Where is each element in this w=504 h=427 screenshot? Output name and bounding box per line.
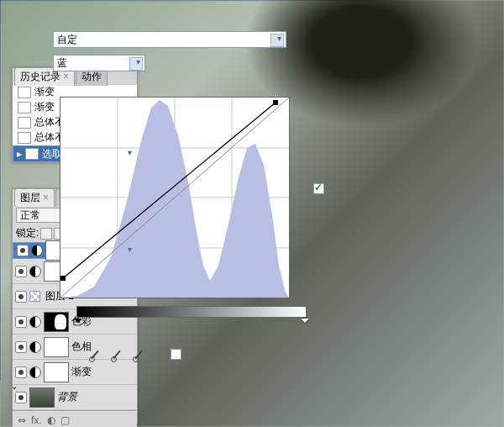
layer-thumb[interactable]	[29, 291, 40, 302]
curve-point[interactable]	[60, 276, 66, 281]
layer-thumb[interactable]	[29, 387, 55, 408]
adjustment-icon	[29, 341, 41, 353]
eye-icon[interactable]	[15, 316, 27, 328]
channel-select[interactable]: 蓝	[53, 55, 145, 71]
layer-row[interactable]: 背景	[13, 385, 137, 410]
tab-layers[interactable]: 图层×	[14, 188, 55, 207]
layer-thumb[interactable]	[44, 362, 69, 382]
white-slider[interactable]	[301, 319, 309, 327]
eye-icon[interactable]	[15, 291, 27, 303]
layers-footer: ⇔fx.◐▢	[13, 410, 137, 427]
lock-label: 锁定:	[16, 226, 39, 240]
preset-select[interactable]: 自定	[53, 31, 286, 48]
eye-icon[interactable]	[15, 266, 27, 277]
adjustment-icon	[31, 245, 43, 256]
curve-graph[interactable]	[60, 97, 290, 298]
curve-point[interactable]	[273, 100, 278, 105]
eye-icon[interactable]	[17, 245, 29, 256]
layer-row[interactable]: 渐变	[13, 360, 137, 385]
gray-dropper-icon[interactable]	[110, 349, 123, 362]
input-gradient	[76, 306, 307, 318]
adjustment-icon	[29, 266, 41, 277]
eye-icon[interactable]	[15, 366, 27, 378]
white-dropper-icon[interactable]	[132, 349, 145, 362]
lock-transparency-icon[interactable]	[40, 228, 52, 240]
layer-thumb[interactable]	[44, 312, 69, 332]
black-slider[interactable]	[74, 319, 82, 327]
black-dropper-icon[interactable]	[88, 349, 102, 362]
eye-icon[interactable]	[15, 392, 27, 403]
adjustment-icon	[29, 316, 41, 328]
adjustment-icon	[29, 366, 41, 378]
eye-icon[interactable]	[15, 341, 27, 353]
layer-thumb[interactable]	[44, 337, 69, 357]
